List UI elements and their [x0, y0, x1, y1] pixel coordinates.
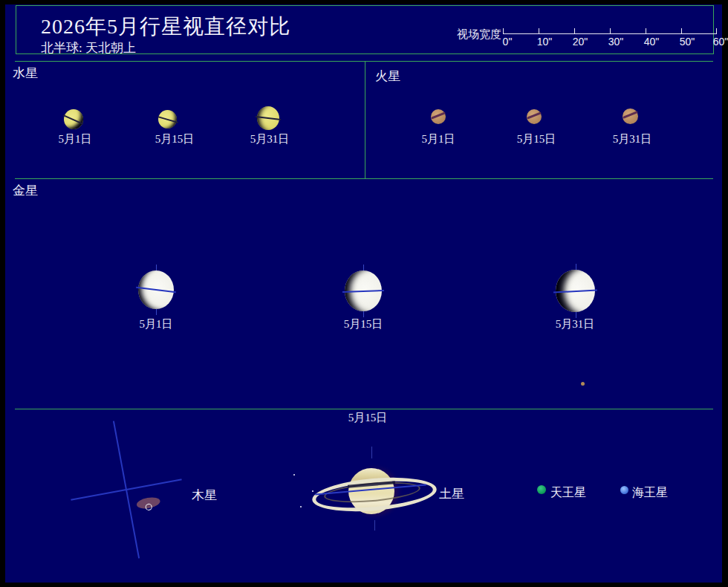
- saturn-axis-line: [371, 447, 372, 458]
- section-divider: [15, 409, 713, 409]
- date-label: 5月31日: [599, 132, 666, 146]
- date-label: 5月31日: [542, 317, 608, 331]
- mars-band: [623, 111, 638, 120]
- ruler-tick: [646, 28, 646, 34]
- mercury-disk-may15: [158, 110, 177, 129]
- ruler-tick-label: 40": [637, 36, 666, 48]
- date-label: 5月15日: [503, 132, 570, 146]
- uranus-label: 天王星: [550, 485, 586, 501]
- mars-section-label: 火星: [375, 68, 400, 85]
- venus-equator-line: [342, 290, 384, 292]
- venus-equator-line: [136, 287, 176, 293]
- date-label: 5月1日: [405, 132, 472, 146]
- page-title: 2026年5月行星视直径对比: [41, 13, 290, 41]
- ruler-tick-label: 10": [530, 36, 559, 48]
- venus-section-label: 金星: [13, 182, 38, 199]
- mars-disk-may31: [623, 108, 638, 124]
- section-divider-vertical: [365, 61, 365, 178]
- ruler-tick: [539, 28, 539, 34]
- ruler-tick-label: 0": [493, 36, 522, 48]
- date-label: 5月15日: [141, 132, 208, 146]
- ruler-tick-label: 50": [672, 36, 702, 48]
- mercury-disk-may31: [257, 106, 279, 130]
- mercury-section-label: 水星: [13, 65, 38, 82]
- uranus-disk: [537, 485, 546, 494]
- star-dot: [300, 506, 302, 507]
- venus-disk-may15: [345, 270, 382, 311]
- page-subtitle: 北半球: 天北朝上: [41, 39, 136, 56]
- jupiter-globe: [60, 424, 192, 555]
- planet-comparison-window: 2026年5月行星视直径对比 北半球: 天北朝上 视场宽度 0" 10" 20"…: [0, 0, 728, 587]
- venus-disk-may31: [556, 270, 595, 312]
- faint-star-dot: [581, 382, 585, 386]
- ruler-tick: [503, 28, 504, 34]
- date-label: 5月1日: [123, 317, 189, 331]
- neptune-disk: [620, 486, 628, 494]
- jupiter-equator-line: [71, 479, 182, 501]
- jupiter-disk: [60, 424, 192, 555]
- venus-disk-may1: [138, 270, 174, 309]
- mars-disk-may15: [527, 109, 542, 124]
- mercury-equator-line: [63, 114, 83, 125]
- mars-band: [527, 111, 542, 119]
- date-label: 5月31日: [236, 132, 303, 146]
- saturn-axis-line: [374, 520, 375, 531]
- section-divider: [15, 178, 713, 179]
- mars-band: [431, 111, 446, 119]
- date-label: 5月1日: [42, 132, 108, 146]
- ruler-tick-label: 60": [706, 36, 728, 48]
- jupiter-moon-shadow-marker: [145, 503, 152, 510]
- mercury-equator-line: [256, 116, 281, 120]
- star-dot: [312, 490, 313, 492]
- date-label: 5月15日: [330, 317, 397, 331]
- ruler-tick: [610, 28, 611, 34]
- header-box: 2026年5月行星视直径对比 北半球: 天北朝上 视场宽度 0" 10" 20"…: [16, 5, 714, 54]
- venus-equator-line: [553, 289, 597, 293]
- mercury-equator-line: [157, 116, 178, 123]
- saturn-label: 土星: [439, 485, 464, 502]
- star-dot: [293, 474, 295, 476]
- neptune-label: 海王星: [632, 485, 668, 501]
- ruler-tick: [681, 28, 682, 34]
- ruler-tick: [574, 28, 575, 34]
- date-label: 5月15日: [334, 411, 401, 425]
- mars-disk-may1: [431, 109, 446, 124]
- section-divider: [15, 61, 713, 62]
- jupiter-label: 木星: [192, 487, 217, 504]
- mercury-disk-may1: [64, 109, 83, 129]
- ruler-tick-label: 20": [565, 36, 595, 48]
- ruler-tick-label: 30": [601, 36, 631, 48]
- ruler-tick: [716, 28, 717, 34]
